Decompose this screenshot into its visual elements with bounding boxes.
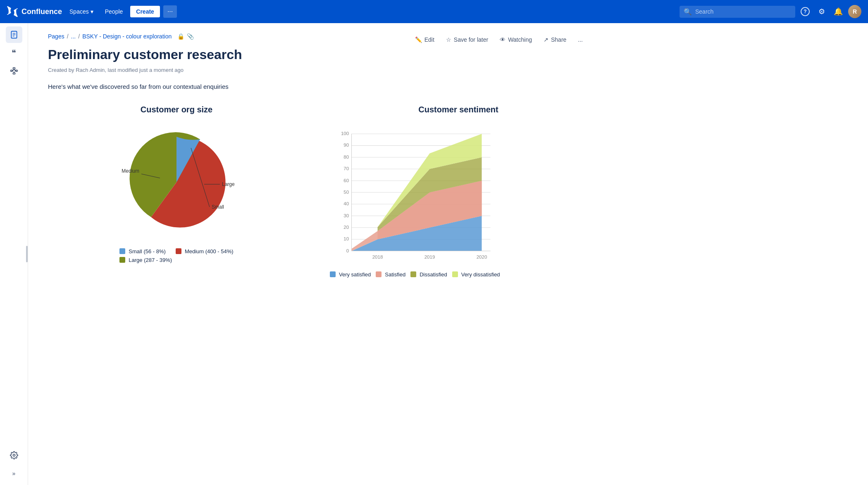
area-chart-container: Customer sentiment 0 10 20 30: [330, 105, 587, 278]
breadcrumb-pages[interactable]: Pages: [48, 33, 64, 40]
page-title: Preliminary customer research: [48, 46, 587, 64]
legend-label-large: Large (287 - 39%): [129, 257, 172, 263]
sidebar-item-tree[interactable]: [6, 63, 22, 79]
main-content: Pages / ... / BSKY - Design - colour exp…: [28, 23, 607, 302]
breadcrumb-row: Pages / ... / BSKY - Design - colour exp…: [48, 33, 587, 46]
legend-item-medium: Medium (400 - 54%): [176, 248, 234, 254]
svg-text:40: 40: [343, 201, 349, 206]
star-icon: ☆: [446, 36, 451, 43]
search-icon: 🔍: [684, 8, 692, 16]
left-sidebar: ❝ »: [0, 23, 28, 302]
legend-item-small: Small (56 - 8%): [119, 248, 166, 254]
svg-text:80: 80: [343, 154, 349, 159]
legend-item-very-satisfied: Very satisfied: [330, 271, 371, 278]
medium-label-text: Medium: [122, 168, 139, 174]
watching-label: Watching: [508, 36, 532, 43]
legend-item-very-dissatisfied: Very dissatisfied: [452, 271, 500, 278]
top-nav: Confluence Spaces ▾ People Create ··· 🔍 …: [0, 0, 868, 23]
share-label: Share: [551, 36, 566, 43]
spaces-button[interactable]: Spaces ▾: [65, 6, 98, 17]
link-icon[interactable]: 📎: [187, 33, 194, 40]
legend-color-dissatisfied: [410, 271, 416, 277]
restrict-icon[interactable]: 🔒: [177, 33, 184, 40]
svg-text:30: 30: [343, 213, 349, 218]
area-chart-title: Customer sentiment: [330, 105, 587, 114]
share-button[interactable]: ↗ Share: [539, 34, 570, 45]
notifications-button[interactable]: 🔔: [832, 5, 845, 18]
page-actions: ✏️ Edit ☆ Save for later 👁 Watching ↗ Sh…: [411, 34, 587, 45]
pie-chart-wrapper: Medium Large Small Small (56 - 8%): [48, 124, 305, 263]
legend-color-very-dissatisfied: [452, 271, 458, 277]
breadcrumb-ellipsis[interactable]: ...: [71, 33, 76, 40]
legend-color-large: [119, 257, 125, 263]
pie-chart-title: Customer org size: [48, 105, 305, 114]
page-intro: Here's what we've discovered so far from…: [48, 83, 587, 90]
legend-label-dissatisfied: Dissatisfied: [420, 271, 447, 278]
pie-chart-svg: Medium Large Small: [119, 124, 234, 240]
large-label-text: Large: [222, 181, 234, 187]
create-button[interactable]: Create: [130, 6, 160, 17]
svg-text:0: 0: [346, 248, 349, 253]
sidebar-item-quotes[interactable]: ❝: [6, 45, 22, 61]
svg-text:50: 50: [343, 189, 349, 194]
bell-icon: 🔔: [834, 7, 843, 16]
people-label: People: [105, 8, 123, 15]
legend-label-very-satisfied: Very satisfied: [339, 271, 371, 278]
legend-label-medium: Medium (400 - 54%): [185, 248, 234, 254]
area-chart-legend: Very satisfied Satisfied Dissatisfied Ve…: [330, 271, 587, 278]
edit-label: Edit: [424, 36, 434, 43]
save-for-later-button[interactable]: ☆ Save for later: [442, 34, 492, 45]
edit-button[interactable]: ✏️ Edit: [411, 34, 439, 45]
logo-text: Confluence: [21, 7, 62, 16]
pie-chart-legend: Small (56 - 8%) Medium (400 - 54%) Large…: [119, 248, 233, 263]
legend-color-medium: [176, 248, 181, 254]
watching-button[interactable]: 👁 Watching: [496, 34, 536, 45]
page-meta: Created by Rach Admin, last modified jus…: [48, 67, 587, 73]
legend-label-small: Small (56 - 8%): [129, 248, 166, 254]
search-bar: 🔍: [680, 6, 795, 18]
share-icon: ↗: [544, 36, 548, 43]
spaces-chevron: ▾: [91, 8, 93, 15]
svg-text:90: 90: [343, 143, 349, 147]
svg-text:2020: 2020: [477, 254, 487, 259]
breadcrumb-sep2: /: [78, 33, 80, 40]
svg-rect-7: [13, 73, 15, 74]
svg-rect-4: [13, 68, 15, 69]
breadcrumb: Pages / ... / BSKY - Design - colour exp…: [48, 33, 194, 40]
sidebar-item-pages[interactable]: [6, 26, 22, 43]
x-axis: 2018 2019 2020: [372, 254, 487, 259]
legend-item-satisfied: Satisfied: [376, 271, 405, 278]
legend-color-very-satisfied: [330, 271, 336, 277]
edit-icon: ✏️: [415, 36, 422, 43]
legend-item-dissatisfied: Dissatisfied: [410, 271, 447, 278]
svg-text:20: 20: [343, 225, 349, 230]
confluence-logo[interactable]: Confluence: [7, 6, 62, 17]
charts-row: Customer org size Medium: [48, 105, 587, 278]
search-input[interactable]: [695, 8, 791, 15]
resize-handle[interactable]: [26, 246, 28, 262]
breadcrumb-icons: 🔒 📎: [177, 33, 194, 40]
area-chart-svg: 0 10 20 30 40 50 60: [330, 124, 503, 265]
people-button[interactable]: People: [101, 6, 127, 17]
svg-text:2018: 2018: [372, 254, 383, 259]
settings-button[interactable]: ⚙: [815, 5, 828, 18]
legend-label-satisfied: Satisfied: [385, 271, 405, 278]
legend-label-very-dissatisfied: Very dissatisfied: [461, 271, 500, 278]
area-chart-wrapper: 0 10 20 30 40 50 60: [330, 124, 587, 278]
svg-text:2019: 2019: [424, 254, 435, 259]
breadcrumb-sep1: /: [67, 33, 69, 40]
svg-text:70: 70: [343, 166, 349, 171]
spaces-label: Spaces: [69, 8, 89, 15]
user-avatar[interactable]: R: [848, 5, 861, 18]
more-actions-button[interactable]: ...: [574, 34, 587, 45]
settings-icon: ⚙: [818, 7, 825, 16]
help-icon: ?: [801, 7, 810, 16]
legend-color-satisfied: [376, 271, 382, 277]
svg-text:10: 10: [343, 236, 349, 241]
eye-icon: 👁: [500, 36, 506, 43]
breadcrumb-current-page[interactable]: BSKY - Design - colour exploration: [82, 33, 172, 40]
help-button[interactable]: ?: [799, 5, 812, 18]
save-label: Save for later: [454, 36, 488, 43]
pie-chart-container: Customer org size Medium: [48, 105, 305, 263]
more-button[interactable]: ···: [163, 5, 177, 18]
